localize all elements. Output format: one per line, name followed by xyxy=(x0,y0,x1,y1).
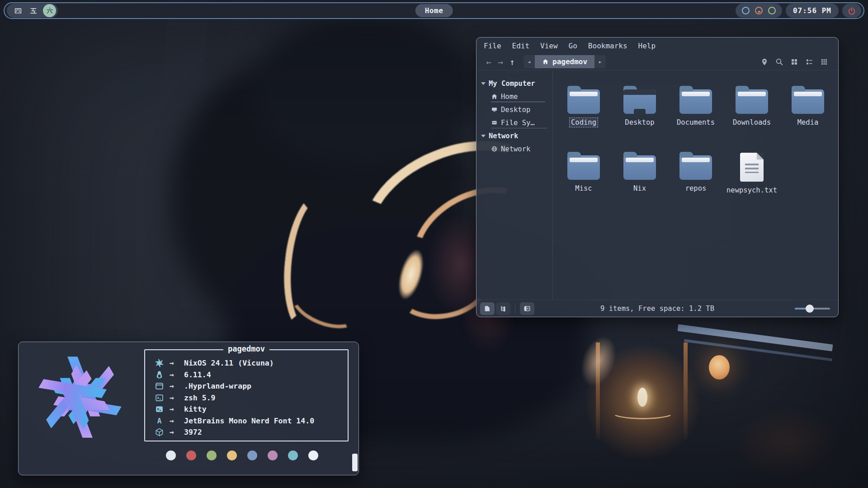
workspace-item[interactable] xyxy=(12,5,24,17)
fetch-row-icon xyxy=(155,359,166,367)
workspace-item[interactable] xyxy=(28,5,39,17)
zoom-slider[interactable] xyxy=(795,305,830,313)
file-manager-body: My ComputerHomeDesktopFile Sy…NetworkNet… xyxy=(476,70,838,300)
menu-help[interactable]: Help xyxy=(638,42,656,50)
search-icon[interactable] xyxy=(775,58,783,66)
sidebar-item-file-sy-[interactable]: File Sy… xyxy=(481,116,550,129)
svg-text:A: A xyxy=(157,417,162,425)
arrow-icon: → xyxy=(166,382,184,390)
clock[interactable]: 07:56 PM xyxy=(786,4,839,18)
folder-icon xyxy=(679,155,712,180)
file-item-newpsych-txt[interactable]: newpsych.txt xyxy=(725,150,778,216)
desktop: Home 07:56 PM FileEditViewGoBookmarksHel… xyxy=(0,0,868,488)
slider-knob[interactable] xyxy=(806,305,814,313)
menu-file[interactable]: File xyxy=(484,42,501,50)
sidebar-item-label: Desktop xyxy=(501,106,530,114)
workspace-active[interactable] xyxy=(43,4,56,17)
arrow-icon: → xyxy=(166,405,184,413)
fetch-row: →6.11.4 xyxy=(155,369,348,381)
status-indicators xyxy=(736,4,782,18)
palette-dot xyxy=(308,450,318,460)
compact-view-icon[interactable] xyxy=(820,58,828,66)
menu-bookmarks[interactable]: Bookmarks xyxy=(588,42,627,50)
sidebar-group-network[interactable]: Network xyxy=(481,129,550,142)
fetch-row: →3972 xyxy=(155,427,348,438)
places-icon xyxy=(484,305,491,312)
tree-pane-button[interactable] xyxy=(496,302,510,315)
menu-go[interactable]: Go xyxy=(569,42,577,50)
palette-dot xyxy=(247,450,257,460)
expander-icon xyxy=(481,135,486,137)
fetch-row-value: 6.11.4 xyxy=(184,371,211,379)
home-icon xyxy=(542,58,549,65)
statusbar-separator xyxy=(515,304,515,314)
path-current-label: pagedmov xyxy=(552,57,587,66)
desktop-folder-icon xyxy=(623,89,656,114)
palette-dot xyxy=(207,450,217,460)
file-item-misc[interactable]: Misc xyxy=(557,150,610,216)
fetch-row: →.Hyprland-wrapp xyxy=(155,380,348,392)
arrow-icon: → xyxy=(166,394,184,402)
top-bar: Home 07:56 PM xyxy=(4,2,864,19)
palette-dot xyxy=(268,450,278,460)
icon-view-icon[interactable] xyxy=(790,58,798,66)
fetch-row: A→JetBrains Mono Nerd Font 14.0 xyxy=(155,415,348,427)
palette-dot xyxy=(186,450,196,460)
battery-indicator[interactable] xyxy=(768,7,776,14)
arrow-icon: → xyxy=(166,428,184,436)
file-item-documents[interactable]: Documents xyxy=(669,84,722,150)
fetch-row-value: JetBrains Mono Nerd Font 14.0 xyxy=(184,417,314,425)
fetch-row-value: kitty xyxy=(184,405,207,413)
sidebar-item-home[interactable]: Home xyxy=(481,90,550,103)
folder-icon xyxy=(567,89,600,114)
toggle-side-pane-button[interactable] xyxy=(520,302,534,315)
terminal-icon xyxy=(155,405,164,413)
forward-button[interactable]: → xyxy=(495,57,506,67)
fetch-row-value: 3972 xyxy=(184,428,202,436)
fetch-row-icon xyxy=(155,382,166,390)
workspace-glyph xyxy=(46,7,54,15)
file-item-label: Misc xyxy=(573,183,594,193)
top-bar-right: 07:56 PM xyxy=(736,4,861,18)
toolbar-view-icons xyxy=(760,58,828,66)
back-button[interactable]: ← xyxy=(483,57,495,67)
power-icon xyxy=(848,7,856,15)
path-next-button[interactable]: ▶ xyxy=(594,55,606,68)
sidebar-group-label: Network xyxy=(489,132,518,140)
sidebar: My ComputerHomeDesktopFile Sy…NetworkNet… xyxy=(476,70,552,300)
file-item-desktop[interactable]: Desktop xyxy=(613,84,666,150)
text-file-icon xyxy=(740,153,764,182)
folder-band xyxy=(623,89,656,95)
sidebar-item-network[interactable]: Network xyxy=(481,142,550,155)
network-indicator[interactable] xyxy=(742,7,750,14)
file-item-repos[interactable]: repos xyxy=(669,150,722,216)
fetch-row-value: zsh 5.9 xyxy=(184,394,216,402)
nixos-icon xyxy=(155,359,164,367)
location-pin-icon[interactable] xyxy=(760,58,769,66)
sidebar-group-my-computer[interactable]: My Computer xyxy=(481,77,550,90)
volume-indicator[interactable] xyxy=(755,7,763,14)
file-item-coding[interactable]: Coding xyxy=(557,84,610,150)
terminal-window: pagedmov →NixOS 24.11 (Vicuna)→6.11.4→.H… xyxy=(18,342,359,475)
places-pane-button[interactable] xyxy=(480,302,495,315)
file-manager-window: FileEditViewGoBookmarksHelp ← → ↑ ◀ page… xyxy=(476,37,839,317)
shell-icon xyxy=(155,394,164,402)
file-item-nix[interactable]: Nix xyxy=(613,150,666,216)
folder-icon xyxy=(623,155,656,180)
globe-icon xyxy=(491,145,498,152)
fetch-rows: →NixOS 24.11 (Vicuna)→6.11.4→.Hyprland-w… xyxy=(155,357,348,438)
power-button[interactable] xyxy=(842,4,861,18)
folder-icon xyxy=(792,89,824,114)
file-item-label: newpsych.txt xyxy=(725,185,779,195)
file-item-downloads[interactable]: Downloads xyxy=(725,84,778,150)
indicator-fill xyxy=(757,9,761,13)
file-item-media[interactable]: Media xyxy=(781,84,835,150)
up-button[interactable]: ↑ xyxy=(506,57,518,67)
menu-edit[interactable]: Edit xyxy=(512,42,530,50)
path-segment-home[interactable]: pagedmov xyxy=(535,55,594,68)
path-prev-button[interactable]: ◀ xyxy=(524,55,535,68)
list-view-icon[interactable] xyxy=(805,58,813,66)
menu-view[interactable]: View xyxy=(540,42,558,50)
sidebar-item-desktop[interactable]: Desktop xyxy=(481,103,550,116)
palette-dot xyxy=(227,450,237,460)
